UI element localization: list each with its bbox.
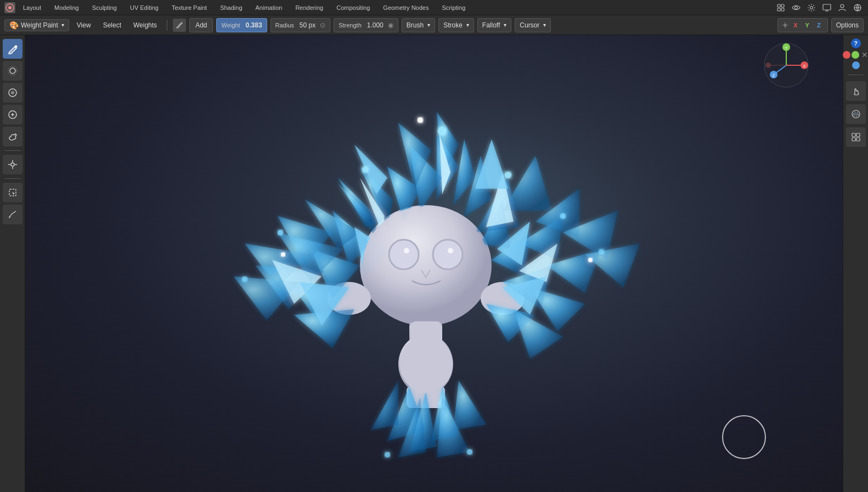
falloff-dropdown[interactable]: Falloff ▾ [477, 18, 511, 32]
mode-label: Weight Paint [21, 21, 58, 29]
svg-text:Y: Y [785, 46, 788, 50]
menu-view[interactable]: View [72, 19, 95, 31]
options-button[interactable]: Options [831, 18, 864, 32]
svg-text:X: X [803, 64, 806, 69]
workspace-tab-shading[interactable]: Shading [215, 2, 247, 14]
workspace-tab-sculpting[interactable]: Sculpting [87, 2, 122, 14]
svg-point-12 [10, 68, 15, 73]
red-dot[interactable] [843, 51, 850, 59]
strength-label: Strength [339, 22, 362, 29]
svg-point-101 [363, 206, 489, 325]
globe-icon[interactable] [852, 2, 864, 14]
tool-blur[interactable] [3, 61, 22, 81]
view-icon[interactable] [790, 2, 802, 14]
workspace-tab-geometry[interactable]: Geometry Nodes [377, 2, 434, 14]
svg-rect-2 [777, 4, 780, 7]
left-toolbar [0, 35, 25, 492]
strength-field[interactable]: Strength 1.000 ◉ [334, 18, 398, 32]
tool-draw[interactable] [3, 39, 22, 59]
constraint-icon [781, 21, 789, 29]
strength-value: 1.000 [367, 21, 384, 29]
svg-marker-47 [503, 156, 552, 211]
menu-select[interactable]: Select [99, 19, 126, 31]
top-menu-bar: Layout Modeling Sculpting UV Editing Tex… [0, 0, 868, 15]
operation-label[interactable]: Add [189, 18, 213, 32]
viewport-hand-tool[interactable] [846, 81, 866, 101]
right-separator-1 [848, 75, 864, 75]
workspace-tab-texture[interactable]: Texture Paint [166, 2, 212, 14]
svg-point-121 [765, 63, 771, 68]
svg-point-7 [810, 6, 813, 9]
radius-field[interactable]: Radius 50 px ⊙ [270, 18, 331, 32]
viewport[interactable]: X Y Z [25, 35, 843, 492]
help-badge[interactable]: ? [851, 38, 861, 48]
settings-icon[interactable] [805, 2, 818, 14]
axis-z-btn[interactable]: Z [814, 19, 824, 32]
svg-point-100 [418, 117, 423, 123]
menu-weights[interactable]: Weights [129, 19, 161, 31]
blue-dot[interactable] [852, 61, 860, 69]
close-icon[interactable]: ✕ [860, 50, 869, 59]
workspace-tab-rendering[interactable]: Rendering [290, 2, 329, 14]
workspace-tab-scripting[interactable]: Scripting [436, 2, 471, 14]
svg-rect-4 [777, 8, 780, 11]
svg-rect-23 [856, 133, 860, 137]
svg-point-9 [841, 4, 844, 8]
svg-point-97 [467, 449, 472, 455]
tool-paint[interactable] [3, 127, 22, 146]
radius-icon: ⊙ [320, 21, 325, 29]
scene-icon[interactable] [775, 2, 787, 14]
svg-rect-24 [852, 138, 855, 141]
monitor-icon[interactable] [821, 2, 833, 14]
user-icon[interactable] [836, 2, 848, 14]
weight-value: 0.383 [246, 21, 262, 29]
workspace-tab-animation[interactable]: Animation [250, 2, 288, 14]
workspace-tab-layout[interactable]: Layout [18, 2, 47, 14]
svg-point-109 [400, 336, 453, 393]
svg-point-95 [242, 276, 247, 282]
svg-point-106 [404, 248, 409, 253]
svg-text:Z: Z [773, 73, 775, 78]
tool-smear[interactable] [3, 83, 22, 103]
tool-select[interactable] [3, 183, 22, 202]
svg-point-1 [8, 6, 12, 9]
svg-point-90 [505, 172, 511, 178]
viewport-gizmo: X Y Z [762, 41, 811, 90]
svg-point-107 [448, 248, 453, 253]
svg-marker-74 [371, 381, 398, 430]
tool-sample[interactable] [3, 155, 22, 174]
mode-selector[interactable]: 🎨 Weight Paint ▾ [4, 19, 69, 31]
axis-y-btn[interactable]: Y [802, 19, 813, 32]
brush-icon-btn[interactable] [173, 19, 186, 32]
character-svg [25, 35, 843, 492]
svg-point-98 [588, 258, 593, 262]
green-dot[interactable] [852, 51, 859, 59]
workspace-tab-uv[interactable]: UV Editing [125, 2, 164, 14]
svg-point-6 [795, 6, 798, 9]
radius-value: 50 px [300, 21, 315, 29]
cursor-chevron-icon: ▾ [543, 22, 546, 28]
tool-annotate[interactable] [3, 205, 22, 224]
stroke-dropdown[interactable]: Stroke ▾ [438, 18, 474, 32]
viewport-shading[interactable] [846, 127, 866, 147]
svg-point-91 [362, 166, 369, 173]
axis-x-btn[interactable]: X [790, 19, 801, 32]
svg-rect-8 [823, 4, 831, 10]
svg-point-93 [278, 230, 283, 235]
overlay-toggle[interactable] [846, 104, 866, 124]
svg-point-17 [11, 163, 14, 166]
svg-rect-25 [856, 138, 860, 141]
weight-field[interactable]: Weight 0.383 [216, 18, 267, 32]
tool-average[interactable] [3, 105, 22, 125]
brush-dropdown[interactable]: Brush ▾ [402, 18, 435, 32]
weight-label: Weight [221, 22, 240, 29]
svg-point-94 [599, 249, 604, 255]
brush-chevron-icon: ▾ [427, 22, 430, 28]
workspace-tab-compositing[interactable]: Compositing [331, 2, 375, 14]
cursor-dropdown[interactable]: Cursor ▾ [515, 18, 551, 32]
top-right-icons [775, 2, 864, 14]
blender-logo[interactable] [4, 2, 15, 13]
radius-label: Radius [275, 22, 294, 29]
right-toolbar: ? ✕ [843, 35, 868, 492]
workspace-tab-modeling[interactable]: Modeling [49, 2, 84, 14]
